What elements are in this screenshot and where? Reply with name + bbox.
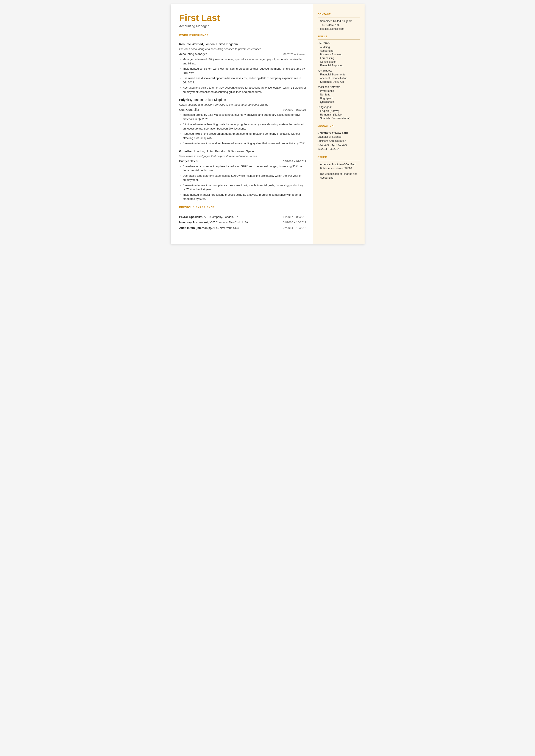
job-3-bullets: Spearheaded cost reduction plans by redu… <box>179 164 306 201</box>
prev-exp-dates-3: 07/2014 – 12/2015 <box>274 225 306 231</box>
techniques-label: Techniques: <box>318 69 360 72</box>
job-1-company-name: Resume Worded, <box>179 42 204 46</box>
work-experience-section: WORK EXPERIENCE Resume Worded, London, U… <box>179 34 306 201</box>
skill-item: Auditing <box>318 46 360 49</box>
list-item: Examined and discovered opportunities to… <box>179 76 306 84</box>
edu-location: New York City, New York <box>318 143 360 147</box>
edu-field: Business Administration <box>318 139 360 143</box>
skill-item: ProfitBooks <box>318 90 360 93</box>
table-row: Inventory Accountant, XYZ Company, New Y… <box>179 220 306 225</box>
job-1-title: Accounting Manager <box>179 52 207 56</box>
other-section: OTHER American Institute of Certified Pu… <box>318 156 360 180</box>
job-1-header: Accounting Manager 08/2021 – Present <box>179 52 306 56</box>
list-item: Reduced 40% of the procurement departmen… <box>179 132 306 140</box>
work-experience-divider <box>179 39 306 39</box>
list-item: Implemented consistent workflow monitori… <box>179 67 306 75</box>
candidate-name: First Last <box>179 13 306 23</box>
skills-label: SKILLS <box>318 35 360 38</box>
job-1-company: Resume Worded, London, United Kingdom <box>179 42 306 46</box>
job-2-bullets: Increased profits by 83% via cost contro… <box>179 113 306 146</box>
list-item: Streamlined operational compliance measu… <box>179 183 306 192</box>
contact-address: Somerset, United Kingdom <box>318 20 360 23</box>
table-row: Payroll Specialist, ABC Company, London,… <box>179 214 306 220</box>
previous-exp-table: Payroll Specialist, ABC Company, London,… <box>179 214 306 231</box>
other-item: RW Association of Finance and Accounting <box>318 172 360 180</box>
right-column: CONTACT Somerset, United Kingdom +44 123… <box>313 4 365 244</box>
job-2-location: London, United Kingdom <box>192 98 226 101</box>
job-2-tagline: Offers auditing and advisory services to… <box>179 103 306 106</box>
skill-item: QuickBooks <box>318 100 360 103</box>
contact-divider <box>318 17 360 17</box>
edu-school: University of New York <box>318 131 360 134</box>
job-3-tagline: Specializes in mortgages that help custo… <box>179 154 306 158</box>
skill-item: Forecasting <box>318 57 360 60</box>
job-2-dates: 10/2019 – 07/2021 <box>283 108 306 111</box>
hard-skills-label: Hard Skills: <box>318 42 360 45</box>
job-3-company: Growthsi, London, United Kingdom & Barce… <box>179 149 306 153</box>
previous-experience-label: PREVIOUS EXPERIENCE <box>179 206 306 209</box>
education-section: EDUCATION University of New York Bachelo… <box>318 125 360 151</box>
resume: First Last Accounting Manager WORK EXPER… <box>171 4 365 244</box>
job-1-tagline: Provides accounting and consulting servi… <box>179 47 306 51</box>
list-item: Eliminated material handling costs by re… <box>179 122 306 130</box>
list-item: Streamlined operations and implemented a… <box>179 141 306 146</box>
skill-item: Romanian (Native) <box>318 113 360 116</box>
other-divider <box>318 160 360 160</box>
tools-label: Tools and Software: <box>318 86 360 89</box>
work-experience-label: WORK EXPERIENCE <box>179 34 306 37</box>
list-item: Spearheaded cost reduction plans by redu… <box>179 164 306 173</box>
job-1-location: London, United Kingdom <box>204 42 238 46</box>
table-row: Audit Intern (Internship), ABC, New York… <box>179 225 306 231</box>
prev-exp-dates-2: 01/2016 – 10/2017 <box>274 220 306 225</box>
list-item: Implemented financial forecasting proces… <box>179 193 306 201</box>
skill-item: Financial Reporting <box>318 64 360 67</box>
job-3-company-name: Growthsi, <box>179 150 193 153</box>
previous-experience-divider <box>179 211 306 211</box>
prev-exp-role-1: Payroll Specialist, ABC Company, London,… <box>179 214 274 220</box>
contact-email: first.last@gmail.com <box>318 27 360 30</box>
job-2-company: Polyhire, London, United Kingdom <box>179 98 306 102</box>
skill-item: Sarbanes-Oxley Act <box>318 80 360 83</box>
education-label: EDUCATION <box>318 125 360 127</box>
education-divider <box>318 129 360 129</box>
languages-label: Languages: <box>318 106 360 109</box>
edu-dates: 10/2011 - 06/2014 <box>318 147 360 151</box>
job-2-title: Cost Controller <box>179 108 199 111</box>
skill-item: Brightpearl <box>318 97 360 100</box>
job-3-dates: 06/2018 – 09/2019 <box>283 160 306 163</box>
skill-item: Financial Statements <box>318 73 360 76</box>
contact-label: CONTACT <box>318 13 360 15</box>
skill-item: Account Reconciliation <box>318 77 360 80</box>
list-item: Increased profits by 83% via cost contro… <box>179 113 306 121</box>
contact-section: CONTACT Somerset, United Kingdom +44 123… <box>318 13 360 30</box>
prev-exp-role-2: Inventory Accountant, XYZ Company, New Y… <box>179 220 274 225</box>
job-2-header: Cost Controller 10/2019 – 07/2021 <box>179 108 306 111</box>
job-1-bullets: Managed a team of 50+ junior accounting … <box>179 57 306 94</box>
skill-item: English (Native) <box>318 109 360 113</box>
job-3-title: Budget Officer <box>179 159 198 163</box>
previous-experience-section: PREVIOUS EXPERIENCE Payroll Specialist, … <box>179 206 306 231</box>
job-2-company-name: Polyhire, <box>179 98 192 101</box>
skills-section: SKILLS Hard Skills: Auditing Accounting … <box>318 35 360 120</box>
skill-item: NetSuite <box>318 93 360 96</box>
prev-exp-dates-1: 11/2017 – 05/2018 <box>274 214 306 220</box>
left-column: First Last Accounting Manager WORK EXPER… <box>171 4 313 244</box>
candidate-title: Accounting Manager <box>179 24 306 28</box>
list-item: Managed a team of 50+ junior accounting … <box>179 57 306 66</box>
job-3-header: Budget Officer 06/2018 – 09/2019 <box>179 159 306 163</box>
skill-item: Spanish (Conversational) <box>318 117 360 120</box>
list-item: Decreased total quarterly expenses by $8… <box>179 174 306 182</box>
skill-item: Consolidation <box>318 60 360 63</box>
edu-degree: Bachelor of Science <box>318 135 360 139</box>
prev-exp-role-3: Audit Intern (Internship), ABC, New York… <box>179 225 274 231</box>
job-3-location: London, United Kingdom & Barcelona, Spai… <box>193 150 254 153</box>
contact-phone: +44 1234567890 <box>318 23 360 26</box>
skill-item: Accounting <box>318 49 360 52</box>
skill-item: Business Planning <box>318 53 360 56</box>
list-item: Recruited and built a team of 30+ accoun… <box>179 86 306 94</box>
other-label: OTHER <box>318 156 360 158</box>
other-item: American Institute of Certified Public A… <box>318 162 360 171</box>
job-1-dates: 08/2021 – Present <box>283 53 306 56</box>
